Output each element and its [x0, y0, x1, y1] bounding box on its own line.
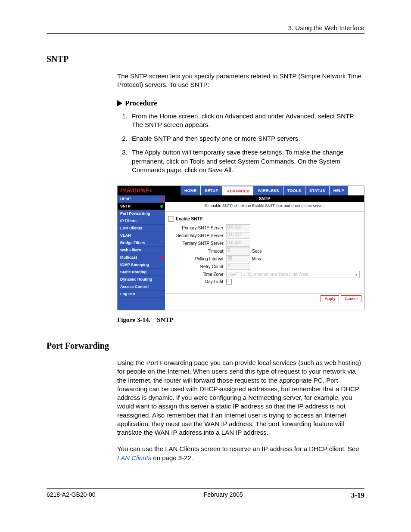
- tab-advanced[interactable]: ADVANCED: [223, 186, 254, 195]
- sidebar-item-logout[interactable]: Log Out: [118, 291, 165, 298]
- primary-label: Primary SNTP Server:: [168, 226, 226, 230]
- panel-title: SNTP: [165, 195, 364, 202]
- enable-sntp-checkbox[interactable]: [168, 216, 174, 222]
- timezone-select[interactable]: (GMT-12:00) International Date Line West…: [226, 271, 360, 278]
- cancel-button[interactable]: Cancel: [341, 295, 361, 302]
- status-dot-icon: [160, 256, 163, 259]
- poll-input[interactable]: 30: [226, 255, 250, 262]
- sidebar-item-access-control[interactable]: Access Control: [118, 283, 165, 291]
- sidebar-item-dynamic-routing[interactable]: Dynamic Routing: [118, 276, 165, 283]
- poll-label: Polling Interval:: [168, 257, 226, 261]
- apply-button[interactable]: Apply: [321, 295, 339, 302]
- sidebar: UPnP SNTP Port Forwarding IP Filters LAN…: [118, 195, 165, 310]
- timeout-unit: Secs: [252, 249, 262, 254]
- footer-center: February 2005: [204, 491, 243, 500]
- daylight-label: Day Light:: [168, 279, 226, 284]
- tab-home[interactable]: HOME: [181, 186, 201, 195]
- sidebar-item-bridge-filters[interactable]: Bridge Filters: [118, 239, 165, 247]
- tab-help[interactable]: HELP: [330, 186, 349, 195]
- sidebar-item-sntp[interactable]: SNTP: [118, 203, 165, 210]
- brand-logo: PARADYNE®: [118, 186, 181, 195]
- sidebar-item-port-forwarding[interactable]: Port Forwarding: [118, 210, 165, 217]
- status-dot-icon: [160, 205, 163, 208]
- procedure-steps: From the Home screen, click on Advanced …: [117, 112, 364, 175]
- tab-wireless[interactable]: WIRELESS: [254, 186, 283, 195]
- sidebar-item-upnp[interactable]: UPnP: [118, 195, 165, 203]
- footer-left: 6218-A2-GB20-00: [47, 491, 96, 500]
- figure-caption: Figure 3-14. SNTP: [117, 316, 364, 324]
- tertiary-input[interactable]: 0.0.0.0: [226, 240, 250, 247]
- status-dot-icon: [160, 198, 163, 201]
- sidebar-item-multicast[interactable]: Multicast: [118, 254, 165, 261]
- sidebar-item-ip-filters[interactable]: IP Filters: [118, 217, 165, 225]
- secondary-label: Secondary SNTP Server:: [168, 233, 226, 238]
- port-forwarding-p2: You can use the LAN Clients screen to re…: [117, 445, 364, 462]
- primary-input[interactable]: 0.0.0.0: [226, 224, 250, 231]
- sntp-screenshot: PARADYNE® HOME SETUP ADVANCED WIRELESS T…: [117, 186, 364, 310]
- page-footer: 6218-A2-GB20-00 February 2005 3-19: [47, 488, 364, 500]
- section-title-port-forwarding: Port Forwarding: [47, 341, 364, 351]
- sidebar-item-static-routing[interactable]: Static Routing: [118, 269, 165, 276]
- tz-label: Time Zone:: [168, 272, 226, 277]
- panel-subtitle: To enable SNTP, check the Enable SNTP bo…: [165, 202, 364, 212]
- secondary-input[interactable]: 0.0.0.0: [226, 232, 250, 239]
- tertiary-label: Tertiary SNTP Server:: [168, 241, 226, 246]
- enable-sntp-label: Enable SNTP: [176, 217, 202, 221]
- sidebar-item-lan-clients[interactable]: LAN Clients: [118, 225, 165, 232]
- page-header: 3. Using the Web Interface: [47, 24, 364, 34]
- tab-status[interactable]: STATUS: [305, 186, 329, 195]
- step-2: Enable SNTP and then specify one or more…: [129, 134, 364, 143]
- sidebar-item-web-filters[interactable]: Web Filters: [118, 247, 165, 254]
- procedure-label: Procedure: [125, 99, 157, 108]
- section-title-sntp: SNTP: [47, 54, 364, 64]
- daylight-checkbox[interactable]: [226, 279, 232, 285]
- footer-page-number: 3-19: [351, 491, 364, 500]
- chevron-down-icon: ▾: [355, 272, 358, 277]
- timeout-label: Timeout:: [168, 249, 226, 254]
- step-1: From the Home screen, click on Advanced …: [129, 112, 364, 130]
- tab-tools[interactable]: TOOLS: [283, 186, 305, 195]
- triangle-icon: [117, 100, 122, 106]
- retry-label: Retry Count:: [168, 264, 226, 269]
- retry-input[interactable]: 2: [226, 263, 250, 270]
- tab-setup[interactable]: SETUP: [201, 186, 223, 195]
- timeout-input[interactable]: 5: [226, 247, 250, 254]
- poll-unit: Mins: [252, 257, 261, 261]
- procedure-heading: Procedure: [117, 99, 364, 108]
- top-tabs: HOME SETUP ADVANCED WIRELESS TOOLS STATU…: [181, 186, 364, 195]
- sidebar-item-vlan[interactable]: VLAN: [118, 232, 165, 239]
- step-3: The Apply button will temporarily save t…: [129, 148, 364, 174]
- port-forwarding-p1: Using the Port Forwarding page you can p…: [117, 359, 364, 437]
- sntp-intro: The SNTP screen lets you specify paramet…: [117, 72, 364, 90]
- sidebar-item-igmp[interactable]: IGMP Snooping: [118, 261, 165, 269]
- lan-clients-link[interactable]: LAN Clients: [117, 454, 151, 461]
